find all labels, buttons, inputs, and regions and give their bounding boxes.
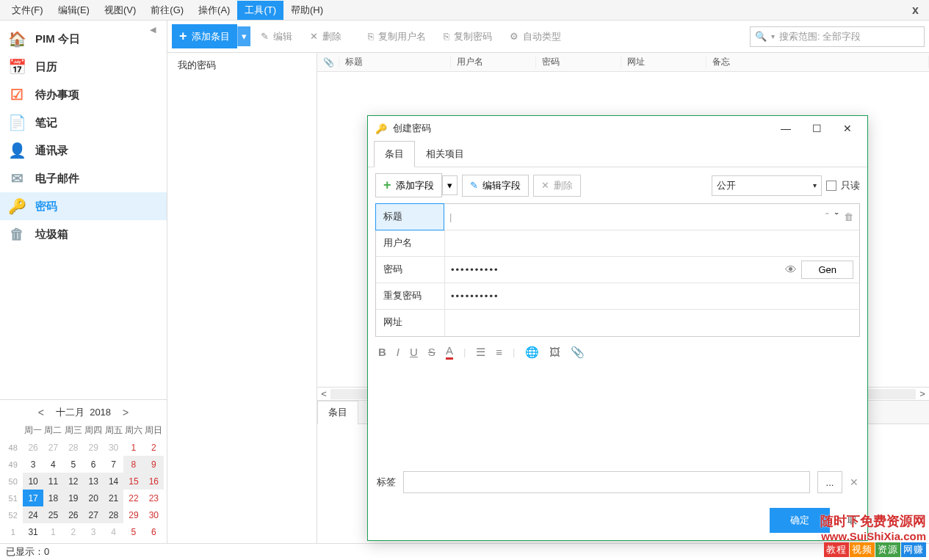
calendar-day[interactable]: 28 bbox=[104, 506, 123, 523]
calendar-day[interactable]: 21 bbox=[104, 490, 123, 506]
add-entry-dropdown[interactable]: ▾ bbox=[237, 26, 250, 46]
calendar-day[interactable]: 11 bbox=[43, 473, 63, 490]
menu-item[interactable]: 文件(F) bbox=[4, 1, 51, 20]
copy-username-button[interactable]: ⎘ 复制用户名 bbox=[361, 26, 433, 48]
calendar-day[interactable]: 3 bbox=[23, 456, 43, 473]
calendar-day[interactable]: 6 bbox=[84, 456, 104, 473]
underline-button[interactable]: U bbox=[410, 346, 418, 358]
calendar-prev-button[interactable]: < bbox=[34, 407, 48, 418]
dialog-tab-related[interactable]: 相关项目 bbox=[415, 141, 475, 167]
scroll-right-icon[interactable]: > bbox=[916, 388, 929, 399]
calendar-day[interactable]: 3 bbox=[84, 523, 104, 540]
password-value[interactable]: •••••••••• bbox=[451, 264, 499, 275]
repeat-password-value[interactable]: •••••••••• bbox=[451, 291, 499, 302]
tag-more-button[interactable]: ... bbox=[817, 471, 842, 493]
calendar-day[interactable]: 13 bbox=[84, 473, 104, 490]
image-button[interactable]: 🖼 bbox=[549, 346, 560, 358]
calendar-day[interactable]: 8 bbox=[123, 456, 143, 473]
cancel-button[interactable]: 取 bbox=[837, 508, 857, 533]
sidebar-item-home[interactable]: 🏠PIM 今日 bbox=[0, 25, 167, 53]
calendar-day[interactable]: 25 bbox=[43, 506, 63, 523]
move-up-icon[interactable]: ˆ bbox=[825, 211, 828, 222]
bold-button[interactable]: B bbox=[378, 346, 386, 358]
menu-item[interactable]: 编辑(E) bbox=[51, 1, 97, 20]
sidebar-item-todo[interactable]: ☑待办事项 bbox=[0, 81, 167, 109]
username-input[interactable] bbox=[451, 233, 853, 253]
dialog-minimize-button[interactable]: — bbox=[773, 120, 798, 137]
readonly-checkbox[interactable]: 只读 bbox=[826, 179, 860, 192]
calendar-day[interactable]: 20 bbox=[84, 490, 104, 506]
sidebar-item-key[interactable]: 🔑密码 bbox=[0, 192, 167, 220]
col-url[interactable]: 网址 bbox=[621, 56, 706, 68]
calendar-day[interactable]: 1 bbox=[123, 439, 143, 456]
calendar-day[interactable]: 22 bbox=[123, 490, 143, 506]
bullet-list-button[interactable]: ☰ bbox=[476, 346, 485, 359]
autotype-button[interactable]: ⚙ 自动类型 bbox=[502, 26, 568, 48]
visibility-select[interactable]: 公开 ▾ bbox=[712, 175, 822, 196]
calendar-day[interactable]: 30 bbox=[104, 439, 123, 456]
calendar-day[interactable]: 9 bbox=[144, 456, 164, 473]
add-entry-button[interactable]: + 添加条目 bbox=[172, 24, 237, 48]
number-list-button[interactable]: ≡ bbox=[496, 346, 502, 358]
attachment-button[interactable]: 📎 bbox=[571, 346, 585, 359]
search-input[interactable] bbox=[779, 31, 919, 42]
menu-item[interactable]: 操作(A) bbox=[191, 1, 237, 20]
delete-button[interactable]: ✕ 删除 bbox=[303, 26, 349, 48]
calendar-day[interactable]: 1 bbox=[43, 523, 63, 540]
calendar-day[interactable]: 12 bbox=[63, 473, 83, 490]
calendar-day[interactable]: 17 bbox=[23, 490, 43, 506]
menu-item[interactable]: 工具(T) bbox=[237, 1, 283, 20]
url-input[interactable] bbox=[451, 313, 853, 333]
tree-item-root[interactable]: 我的密码 bbox=[167, 53, 317, 78]
calendar-day[interactable]: 4 bbox=[43, 456, 63, 473]
col-memo[interactable]: 备忘 bbox=[706, 56, 929, 68]
sidebar-item-note[interactable]: 📄笔记 bbox=[0, 109, 167, 137]
calendar-day[interactable]: 29 bbox=[123, 506, 143, 523]
search-box[interactable]: 🔍 ▾ bbox=[750, 26, 925, 47]
calendar-day[interactable]: 27 bbox=[84, 506, 104, 523]
col-attachment[interactable]: 📎 bbox=[317, 57, 339, 68]
sidebar-item-contact[interactable]: 👤通讯录 bbox=[0, 137, 167, 164]
calendar-day[interactable]: 31 bbox=[23, 523, 43, 540]
calendar-day[interactable]: 5 bbox=[123, 523, 143, 540]
calendar-day[interactable]: 4 bbox=[104, 523, 123, 540]
title-input[interactable] bbox=[459, 207, 814, 227]
sidebar-collapse-icon[interactable]: ◀ bbox=[150, 25, 156, 34]
tag-input[interactable] bbox=[403, 471, 810, 493]
copy-password-button[interactable]: ⎘ 复制密码 bbox=[436, 26, 499, 48]
calendar-day[interactable]: 2 bbox=[63, 523, 83, 540]
calendar-day[interactable]: 29 bbox=[84, 439, 104, 456]
sidebar-item-mail[interactable]: ✉电子邮件 bbox=[0, 164, 167, 192]
detail-tab-entry[interactable]: 条目 bbox=[317, 401, 358, 424]
strike-button[interactable]: S bbox=[428, 346, 435, 358]
calendar-day[interactable]: 28 bbox=[63, 439, 83, 456]
calendar-day[interactable]: 27 bbox=[43, 439, 63, 456]
calendar-day[interactable]: 26 bbox=[63, 506, 83, 523]
delete-field-button[interactable]: ✕ 删除 bbox=[533, 175, 581, 197]
generate-button[interactable]: Gen bbox=[801, 261, 853, 279]
sidebar-item-calendar[interactable]: 📅日历 bbox=[0, 53, 167, 81]
color-button[interactable]: A bbox=[446, 344, 453, 360]
calendar-day[interactable]: 5 bbox=[63, 456, 83, 473]
add-field-dropdown[interactable]: ▾ bbox=[442, 175, 458, 195]
tag-close-icon[interactable]: ✕ bbox=[850, 476, 858, 488]
calendar-day[interactable]: 24 bbox=[23, 506, 43, 523]
eye-icon[interactable]: 👁 bbox=[785, 263, 797, 277]
delete-row-icon[interactable]: 🗑 bbox=[844, 211, 853, 222]
calendar-day[interactable]: 7 bbox=[104, 456, 123, 473]
calendar-day[interactable]: 30 bbox=[144, 506, 164, 523]
calendar-day[interactable]: 16 bbox=[144, 473, 164, 490]
window-close-button[interactable]: x bbox=[906, 4, 925, 17]
col-title[interactable]: 标题 bbox=[339, 56, 451, 68]
calendar-day[interactable]: 19 bbox=[63, 490, 83, 506]
calendar-day[interactable]: 23 bbox=[144, 490, 164, 506]
col-password[interactable]: 密码 bbox=[536, 56, 621, 68]
menu-item[interactable]: 前往(G) bbox=[143, 1, 191, 20]
calendar-day[interactable]: 2 bbox=[144, 439, 164, 456]
calendar-day[interactable]: 26 bbox=[23, 439, 43, 456]
link-button[interactable]: 🌐 bbox=[525, 346, 539, 359]
calendar-day[interactable]: 10 bbox=[23, 473, 43, 490]
ok-button[interactable]: 确定 bbox=[770, 508, 830, 533]
calendar-day[interactable]: 6 bbox=[144, 523, 164, 540]
move-down-icon[interactable]: ˇ bbox=[835, 211, 838, 222]
